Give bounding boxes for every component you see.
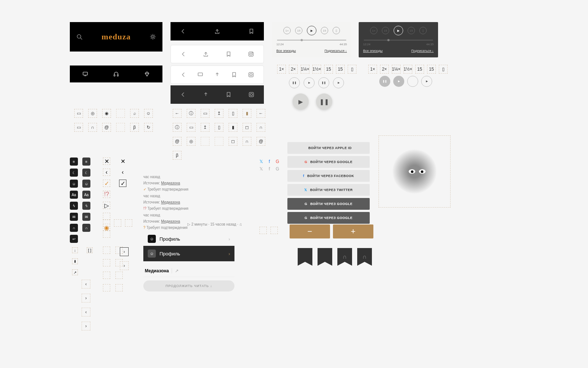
skip-fwd-icon[interactable]: 15 — [321, 27, 328, 34]
search-icon[interactable] — [76, 33, 83, 40]
bookmark-icon[interactable] — [225, 50, 232, 58]
speed-1.5x[interactable]: 1½× — [312, 65, 321, 74]
bookmark-ribbon[interactable] — [298, 248, 312, 266]
share-icon[interactable] — [202, 91, 209, 98]
aa-icon[interactable]: Aa — [82, 191, 90, 199]
speed-1x[interactable]: 1× — [277, 65, 286, 74]
play-icon[interactable]: ▶ — [421, 76, 432, 87]
empty-circle-icon[interactable] — [407, 76, 418, 87]
fullscreen-icon[interactable] — [259, 227, 267, 234]
instagram-icon[interactable] — [247, 50, 255, 58]
skip-back-icon[interactable]: 15 — [324, 65, 333, 74]
chevron-right-icon[interactable]: › — [120, 247, 129, 256]
login-google-dark-button[interactable]: GВОЙТИ ЧЕРЕЗ GOOGLE — [287, 212, 370, 224]
skip-back-icon[interactable]: 15 — [382, 27, 389, 34]
skip-fwd-icon[interactable]: 15 — [427, 65, 436, 74]
login-facebook-button[interactable]: fВОЙТИ ЧЕРЕЗ FACEBOOK — [287, 170, 370, 182]
headphones-ribbon[interactable]: ∩ — [337, 248, 352, 266]
bookmark-icon[interactable]: ▯ — [439, 65, 448, 74]
chevron-left-icon[interactable]: ‹ — [119, 169, 126, 176]
skip-fwd-icon[interactable]: 15 — [408, 27, 415, 34]
moon-icon[interactable]: ☾ — [70, 169, 78, 177]
play-icon[interactable]: ▶ — [394, 26, 403, 35]
mail-icon[interactable]: ✉ — [70, 213, 78, 221]
moon-icon[interactable]: ☾ — [82, 169, 90, 177]
play-icon[interactable]: ▶ — [393, 76, 404, 87]
bolt-icon[interactable]: ϟ — [70, 202, 78, 210]
bookmark-icon[interactable] — [248, 28, 255, 35]
play-icon[interactable]: ▶ — [293, 93, 309, 110]
speed-1.25x[interactable]: 1¼× — [301, 65, 309, 74]
speed-button[interactable]: 1× — [370, 27, 377, 34]
user-icon[interactable]: ☺ — [70, 180, 78, 188]
back-icon[interactable] — [180, 71, 187, 78]
increase-button[interactable]: + — [333, 224, 373, 238]
chevron-right-icon[interactable]: › — [120, 261, 129, 270]
close-icon[interactable]: ✕ — [119, 158, 126, 165]
screen-icon[interactable] — [197, 71, 204, 78]
back-icon[interactable]: ↩ — [70, 235, 78, 243]
chevron-left-icon[interactable]: ‹ — [103, 169, 110, 176]
bookmark-icon[interactable] — [225, 91, 232, 98]
share-icon[interactable] — [214, 28, 221, 35]
share-icon[interactable] — [214, 71, 221, 78]
source-row[interactable]: Медиазона↗ — [143, 264, 234, 277]
headphones-icon[interactable]: ∩ — [82, 224, 90, 232]
progress-bar[interactable] — [364, 40, 433, 40]
subscribe-link[interactable]: Подписаться ↓ — [325, 49, 347, 53]
share-icon[interactable] — [202, 50, 209, 58]
all-episodes-link[interactable]: Все эпизоды — [276, 49, 296, 53]
instagram-icon[interactable] — [247, 71, 255, 78]
speed-2x[interactable]: 2× — [380, 65, 389, 74]
aa-icon[interactable]: Aa — [70, 191, 78, 199]
close-icon[interactable]: ✕ — [103, 158, 110, 165]
download-fill-icon[interactable]: ⬇ — [72, 258, 78, 264]
mail-icon[interactable]: ✉ — [82, 213, 90, 221]
check-icon[interactable]: ✓ — [103, 180, 110, 187]
facebook-icon[interactable]: f — [267, 166, 272, 171]
skip-fwd-icon[interactable]: 15 — [336, 65, 345, 74]
diamond-icon[interactable] — [143, 70, 151, 78]
fullscreen-icon[interactable] — [270, 227, 278, 234]
screen-icon[interactable] — [82, 70, 89, 78]
headphones-icon[interactable] — [112, 70, 120, 78]
meta-source-link[interactable]: Медиазона — [161, 181, 180, 185]
twitter-icon[interactable]: 𝕏 — [259, 166, 264, 171]
headphones-ribbon[interactable]: ∩ — [357, 248, 372, 266]
speed-1.25x[interactable]: 1¼× — [392, 65, 401, 74]
gear-icon[interactable] — [149, 33, 157, 40]
facebook-icon[interactable]: f — [267, 159, 272, 164]
back-icon[interactable] — [179, 91, 187, 98]
user-icon[interactable]: ☺ — [82, 180, 90, 188]
chevron-left-icon[interactable]: ‹ — [82, 280, 90, 289]
speed-button[interactable]: 1× — [283, 27, 291, 34]
back-icon[interactable] — [179, 28, 187, 35]
progress-bar[interactable] — [277, 40, 346, 40]
speed-1.5x[interactable]: 1½× — [404, 65, 412, 74]
all-episodes-link[interactable]: Все эпизоды — [363, 49, 383, 53]
doc-icon[interactable]: ≡ — [82, 158, 90, 166]
pause-icon[interactable]: ❚❚ — [379, 76, 390, 87]
bookmark-icon[interactable]: ▯ — [348, 65, 356, 74]
chevron-left-icon[interactable]: ‹ — [82, 308, 90, 316]
profile-row-light[interactable]: ☺Профиль› — [143, 231, 234, 247]
headphones-icon[interactable]: ∩ — [70, 224, 78, 232]
speed-2x[interactable]: 2× — [289, 65, 298, 74]
skip-back-icon[interactable]: 15 — [415, 65, 424, 74]
doc-icon[interactable]: ≡ — [70, 158, 78, 166]
login-google-button[interactable]: GВОЙТИ ЧЕРЕЗ GOOGLE — [287, 156, 370, 168]
chevron-right-icon[interactable]: › — [82, 322, 90, 330]
bolt-icon[interactable]: ϟ — [82, 202, 90, 210]
pause-icon[interactable]: ❚❚ — [316, 93, 332, 110]
twitter-icon[interactable]: 𝕏 — [259, 159, 264, 164]
bookmark-icon[interactable] — [230, 71, 238, 78]
login-google-dark-button[interactable]: GВОЙТИ ЧЕРЕЗ GOOGLE — [287, 198, 370, 210]
play-icon[interactable]: ▶ — [304, 77, 315, 88]
bookmark-icon[interactable]: ▯ — [333, 27, 340, 34]
login-apple-button[interactable]: ВОЙТИ ЧЕРЕЗ APPLE ID — [287, 142, 370, 154]
skip-back-icon[interactable]: 15 — [295, 27, 302, 34]
play-icon[interactable]: ▶ — [333, 77, 344, 88]
external-icon[interactable]: ↗ — [72, 269, 78, 275]
download-icon[interactable]: ↓ — [72, 247, 78, 253]
play-icon[interactable]: ▷ — [103, 202, 110, 209]
